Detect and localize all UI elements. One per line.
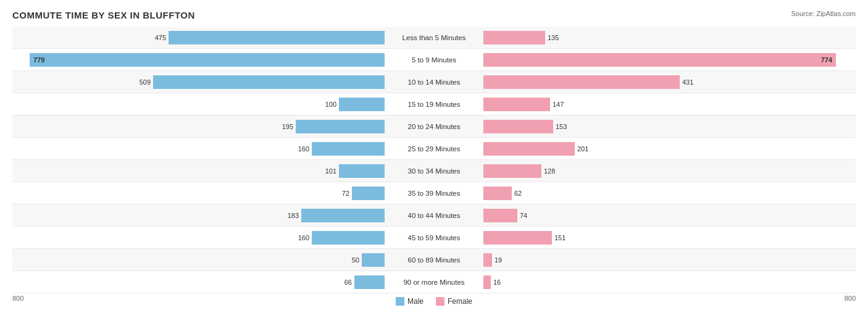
male-bar-container: 101 xyxy=(12,164,385,178)
female-bar-container: 16 xyxy=(483,275,856,289)
female-bar: 147 xyxy=(483,98,550,111)
table-row: 18340 to 44 Minutes74 xyxy=(12,204,856,227)
male-bar: 50 xyxy=(362,253,385,267)
male-bar-container: 195 xyxy=(12,120,385,133)
female-bar-container: 135 xyxy=(483,31,856,44)
female-bar: 16 xyxy=(483,275,491,289)
table-row: 19520 to 24 Minutes153 xyxy=(12,115,856,138)
male-value-label: 100 xyxy=(325,101,336,108)
female-bar-container: 774 xyxy=(483,53,856,67)
male-value-label: 72 xyxy=(342,190,349,197)
male-value-label: 475 xyxy=(155,34,166,41)
legend-male: Male xyxy=(396,297,424,306)
table-row: 7795 to 9 Minutes774 xyxy=(12,49,856,71)
female-bar: 62 xyxy=(483,187,512,200)
row-label: 90 or more Minutes xyxy=(385,279,483,286)
male-value-label: 195 xyxy=(282,123,293,130)
female-bar: 74 xyxy=(483,209,517,222)
male-value-label: 66 xyxy=(344,279,352,286)
table-row: 475Less than 5 Minutes135 xyxy=(12,27,856,49)
table-row: 10130 to 34 Minutes128 xyxy=(12,160,856,182)
male-bar: 66 xyxy=(354,275,385,289)
female-value-label: 774 xyxy=(821,56,832,64)
male-bar-container: 160 xyxy=(12,142,385,156)
male-bar: 100 xyxy=(339,98,385,111)
female-bar: 19 xyxy=(483,253,492,267)
female-bar-container: 74 xyxy=(483,209,856,222)
female-value-label: 153 xyxy=(556,123,567,130)
male-bar-container: 183 xyxy=(12,209,385,222)
axis-right: 800 xyxy=(845,295,856,306)
male-bar-container: 475 xyxy=(12,31,385,44)
male-bar-container: 72 xyxy=(12,187,385,200)
female-bar-container: 153 xyxy=(483,120,856,133)
female-value-label: 147 xyxy=(553,101,564,108)
row-label: 5 to 9 Minutes xyxy=(385,56,483,64)
female-value-label: 201 xyxy=(577,145,588,153)
male-bar: 779 xyxy=(30,53,385,67)
table-row: 16025 to 29 Minutes201 xyxy=(12,138,856,160)
row-label: 20 to 24 Minutes xyxy=(385,123,483,130)
male-value-label: 183 xyxy=(288,212,299,219)
male-bar: 160 xyxy=(312,142,385,156)
table-row: 16045 to 59 Minutes151 xyxy=(12,227,856,249)
legend-female-label: Female xyxy=(448,297,472,306)
table-row: 10015 to 19 Minutes147 xyxy=(12,93,856,115)
female-bar: 128 xyxy=(483,164,541,178)
table-row: 6690 or more Minutes16 xyxy=(12,271,856,293)
female-value-label: 62 xyxy=(514,190,522,197)
female-value-label: 128 xyxy=(544,167,555,175)
row-label: 40 to 44 Minutes xyxy=(385,212,483,219)
male-bar: 509 xyxy=(153,75,385,89)
female-bar-container: 62 xyxy=(483,187,856,200)
male-bar-container: 100 xyxy=(12,98,385,111)
female-value-label: 74 xyxy=(520,212,527,219)
male-bar: 195 xyxy=(296,120,385,133)
legend-male-box xyxy=(396,297,404,306)
table-row: 7235 to 39 Minutes62 xyxy=(12,182,856,204)
table-row: 50910 to 14 Minutes431 xyxy=(12,71,856,93)
male-bar: 160 xyxy=(312,231,385,245)
row-label: Less than 5 Minutes xyxy=(385,34,483,41)
female-bar-container: 147 xyxy=(483,98,856,111)
legend: Male Female xyxy=(396,297,472,306)
row-label: 60 to 89 Minutes xyxy=(385,256,483,264)
male-bar-container: 66 xyxy=(12,275,385,289)
male-bar-container: 160 xyxy=(12,231,385,245)
female-bar-container: 151 xyxy=(483,231,856,245)
male-bar: 475 xyxy=(169,31,385,44)
source-label: Source: ZipAtlas.com xyxy=(791,10,856,17)
female-bar-container: 128 xyxy=(483,164,856,178)
row-label: 25 to 29 Minutes xyxy=(385,145,483,153)
female-value-label: 19 xyxy=(495,256,502,264)
male-value-label: 50 xyxy=(352,256,359,264)
female-bar-container: 201 xyxy=(483,142,856,156)
male-bar: 72 xyxy=(352,187,385,200)
male-value-label: 101 xyxy=(325,167,336,175)
table-row: 5060 to 89 Minutes19 xyxy=(12,249,856,271)
female-bar: 153 xyxy=(483,120,553,133)
row-label: 10 to 14 Minutes xyxy=(385,78,483,86)
male-value-label: 160 xyxy=(298,145,309,153)
male-bar: 101 xyxy=(339,164,385,178)
row-label: 35 to 39 Minutes xyxy=(385,190,483,197)
row-label: 15 to 19 Minutes xyxy=(385,101,483,108)
legend-male-label: Male xyxy=(407,297,424,306)
legend-female-box xyxy=(436,297,444,306)
female-value-label: 16 xyxy=(493,279,501,286)
chart-container: COMMUTE TIME BY SEX IN BLUFFTON Source: … xyxy=(0,0,868,323)
chart-title: COMMUTE TIME BY SEX IN BLUFFTON xyxy=(12,10,856,20)
female-bar: 431 xyxy=(483,75,680,89)
male-value-label: 160 xyxy=(298,234,309,241)
row-label: 45 to 59 Minutes xyxy=(385,234,483,241)
female-bar: 201 xyxy=(483,142,575,156)
female-bar: 774 xyxy=(483,53,836,67)
male-bar-container: 50 xyxy=(12,253,385,267)
female-bar-container: 431 xyxy=(483,75,856,89)
female-bar: 135 xyxy=(483,31,545,44)
female-bar-container: 19 xyxy=(483,253,856,267)
legend-female: Female xyxy=(436,297,472,306)
axis-left: 800 xyxy=(12,295,23,306)
female-value-label: 431 xyxy=(682,78,693,86)
male-bar-container: 779 xyxy=(12,53,385,67)
